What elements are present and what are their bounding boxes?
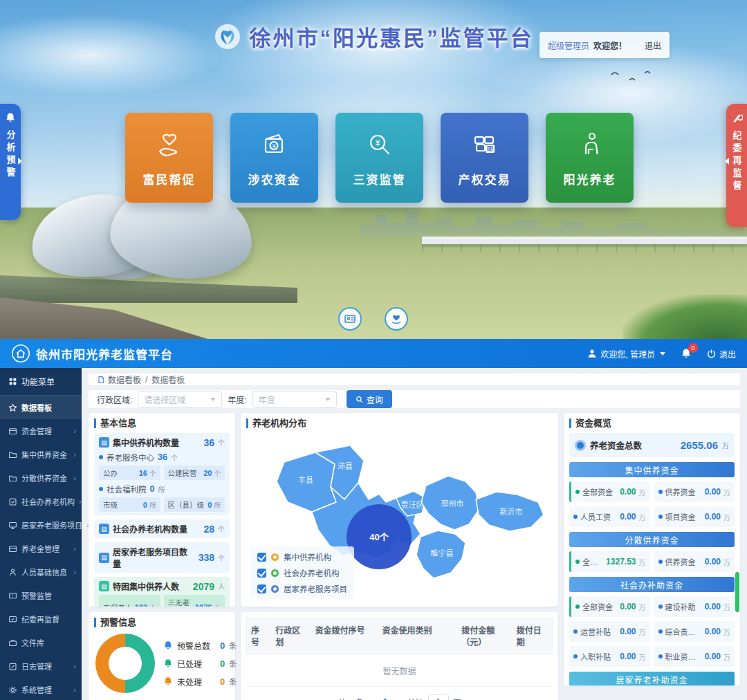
total-count: 共 0 条 <box>338 697 363 700</box>
fund-allocation-table-panel: 序号 行政区划 资金拨付序号 资金使用类别 拨付金额（元） 拨付日期 暂无数据 … <box>241 612 558 700</box>
notifications-button[interactable]: 0 <box>681 348 692 359</box>
bell-icon <box>163 658 173 668</box>
bridge-railing <box>422 244 747 252</box>
map-label: 贾汪区 <box>401 501 424 509</box>
fund-item: 项目资金0.00万 <box>654 506 735 527</box>
sidebar-item-log-mgmt[interactable]: 日志管理› <box>0 654 82 678</box>
basic-info-panel: 基本信息 ▤ 集中供养机构数量 36个 养老服务中心36个 公 <box>89 413 235 607</box>
tile-label: 三资监管 <box>353 170 406 187</box>
search-button[interactable]: 查询 <box>347 390 392 408</box>
user-menu[interactable]: 欢迎您, 管理员 <box>587 348 665 360</box>
panel-title: 预警信息 <box>94 618 230 627</box>
greenery <box>622 295 747 339</box>
map-label: 新沂市 <box>500 507 523 516</box>
logout-label: 退出 <box>719 348 736 360</box>
institution-distribution-panel: 养老机构分布 <box>241 413 558 607</box>
analysis-warning-tab[interactable]: 分析预警 <box>0 104 21 220</box>
checked-checkbox-icon[interactable] <box>257 553 266 562</box>
sidebar-item-pension-mgmt[interactable]: 养老金管理› <box>0 537 82 560</box>
stat-card-central-supported-people: ▤ 特困集中供养人数2079人 五保老人103人 三无老人1976人 <box>94 577 230 607</box>
tile-chanquan-jiaoyi[interactable]: 交易 产权交易 <box>441 113 528 203</box>
logout-button[interactable]: 退出 <box>707 348 736 360</box>
region-select[interactable]: 请选择区域 <box>138 391 222 408</box>
tile-sanzi-jianguan[interactable]: ¥ 三资监管 <box>335 113 423 203</box>
chevron-down-icon <box>325 398 331 401</box>
sidebar-item-social-institutions[interactable]: 社会办养老机构› <box>0 490 82 513</box>
portal-title: 徐州市“阳光惠民”监管平台 <box>250 21 534 52</box>
svg-text:交易: 交易 <box>486 146 495 152</box>
checked-checkbox-icon[interactable] <box>257 569 266 578</box>
tile-yangguang-yanglao[interactable]: 阳光养老 <box>546 113 634 203</box>
sidebar-item-central-support-fund[interactable]: 集中供养资金› <box>0 443 82 466</box>
breadcrumb: 数据看板 / 数据看板 <box>89 374 740 385</box>
legend-item-social-institutions[interactable]: 社会办养老机构 <box>257 567 347 578</box>
sidebar-item-personnel-info[interactable]: 人员基础信息› <box>0 560 82 584</box>
heart-care-icon-button[interactable] <box>385 307 408 331</box>
bell-icon <box>163 641 173 650</box>
scrollbar-thumb[interactable] <box>735 572 739 612</box>
map-label: 沛县 <box>338 461 353 470</box>
heart-hand-icon <box>153 128 186 161</box>
elderly-person-icon <box>573 128 607 161</box>
sidebar-item-file-library[interactable]: 文件库 <box>0 631 82 654</box>
folder-icon <box>8 474 17 483</box>
bridge <box>422 239 747 244</box>
section-banner-dispersed: 分散供养资金 <box>569 532 735 547</box>
birds <box>609 69 657 86</box>
fund-item: 人员工资0.00万 <box>569 506 650 527</box>
fund-item: 全部资金0.00万 <box>569 481 650 502</box>
map-label: 睢宁县 <box>431 549 454 558</box>
id-card-icon <box>344 313 356 325</box>
sidebar-item-warning-supervision[interactable]: 预警监管 <box>0 584 82 607</box>
main-content: 数据看板 / 数据看板 行政区域: 请选择区域 年度: 年度 查询 <box>82 368 747 700</box>
dashboard-logo-icon <box>11 344 30 363</box>
trade-blocks-icon: 交易 <box>468 128 501 161</box>
stat-card-social-institutions: ▤ 社会办养老机构数量28个 <box>94 519 230 538</box>
svg-text:¥: ¥ <box>271 142 275 149</box>
tile-label: 阳光养老 <box>564 170 616 187</box>
sidebar-item-dispersed-support-fund[interactable]: 分散供养资金› <box>0 466 82 490</box>
tile-shenong-zijin[interactable]: ¥ 涉农资金 <box>230 113 318 203</box>
year-select[interactable]: 年度 <box>252 391 337 408</box>
map-label: 邳州市 <box>441 499 464 508</box>
doc-badge-icon: ▤ <box>99 524 109 534</box>
document-icon <box>97 376 105 384</box>
search-yuan-icon: ¥ <box>363 128 396 161</box>
doc-badge-icon: ▤ <box>99 437 109 448</box>
briefcase-icon <box>8 638 17 647</box>
notification-badge: 0 <box>688 343 698 353</box>
stat-chip: 市级0所 <box>99 497 160 512</box>
chevron-right-icon <box>18 158 22 165</box>
sidebar-item-home-care-projects[interactable]: 居家养老服务项目› <box>0 513 82 537</box>
tile-fumin-bangcu[interactable]: 富民帮促 <box>125 113 213 203</box>
fund-item: 运营补贴0.00万 <box>569 621 650 642</box>
jiwei-supervision-tab[interactable]: 纪委再监督 <box>726 104 747 227</box>
goto-page-input[interactable] <box>428 694 449 700</box>
sidebar-item-fund-mgmt[interactable]: 资金管理› <box>0 419 82 443</box>
sidebar-item-system-mgmt[interactable]: 系统管理› <box>0 678 82 700</box>
legend-item-homecare-projects[interactable]: 居家养老服务项目 <box>257 583 347 594</box>
wallet-yuan-icon: ¥ <box>258 128 291 161</box>
tab-label: 纪委再监督 <box>730 131 744 193</box>
next-page-button[interactable]: › <box>396 697 399 700</box>
id-card-icon-button[interactable] <box>338 307 362 331</box>
legend-item-central-institutions[interactable]: 集中供养机构 <box>257 551 347 562</box>
prev-page-button[interactable]: ‹ <box>371 697 374 700</box>
section-banner-homecare-subsidy: 居家养老补助资金 <box>569 672 735 685</box>
tile-label: 富民帮促 <box>143 170 196 187</box>
party-emblem-icon <box>731 112 743 124</box>
breadcrumb-root[interactable]: 数据看板 <box>97 374 141 385</box>
stat-chip: 五保老人103人 <box>99 595 160 607</box>
year-filter-label: 年度: <box>228 394 246 405</box>
sidebar-item-jiwei-supervision[interactable]: 纪委再监督 <box>0 607 82 631</box>
section-banner-social-subsidy: 社会办补助资金 <box>569 577 735 592</box>
target-icon <box>575 440 586 451</box>
logout-button[interactable]: 退出 <box>645 39 661 51</box>
sidebar-item-data-board[interactable]: 数据看板 <box>0 396 82 419</box>
checked-checkbox-icon[interactable] <box>257 584 266 593</box>
svg-text:¥: ¥ <box>374 138 380 148</box>
fund-item: 建设补助0.00万 <box>654 596 735 617</box>
pagination: 共 0 条 ‹ 1 › 前往 页 <box>246 694 553 700</box>
page-number[interactable]: 1 <box>383 697 388 700</box>
warning-info-panel: 预警信息 预警总数0条 已处理0条 <box>89 612 235 700</box>
